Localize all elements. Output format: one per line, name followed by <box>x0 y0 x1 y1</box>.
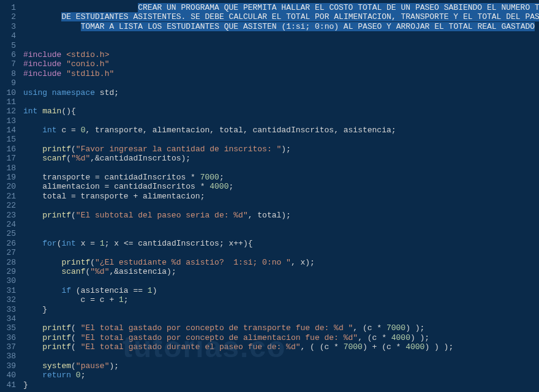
code-line[interactable] <box>23 314 539 323</box>
code-line[interactable]: #include <stdio.h> <box>23 50 539 59</box>
code-line[interactable]: if (asistencia == 1) <box>23 285 539 295</box>
code-line[interactable] <box>23 134 539 143</box>
line-number: 9 <box>0 78 16 87</box>
code-line[interactable] <box>23 97 539 106</box>
line-number: 34 <box>0 314 16 323</box>
line-number: 31 <box>0 285 16 295</box>
code-line[interactable]: using namespace std; <box>23 88 539 97</box>
line-number: 40 <box>0 370 16 379</box>
code-area[interactable]: CREAR·UN·PROGRAMA·QUE·PERMITA·HALLAR·EL·… <box>21 0 539 392</box>
line-number: 27 <box>0 247 16 257</box>
line-number: 20 <box>0 181 16 190</box>
line-number: 28 <box>0 257 16 266</box>
line-number: 26 <box>0 238 16 247</box>
line-number: 35 <box>0 323 16 332</box>
line-number: 15 <box>0 134 16 143</box>
code-line[interactable]: printf("Favor ingresar la cantidad de in… <box>23 144 539 153</box>
code-line[interactable]: printf( "El total gastado por concepto d… <box>23 333 539 342</box>
code-line[interactable] <box>23 200 539 209</box>
code-line[interactable] <box>23 351 539 360</box>
line-number: 19 <box>0 172 16 181</box>
code-line[interactable]: } <box>23 304 539 314</box>
line-number: 4 <box>0 31 16 40</box>
line-number: 25 <box>0 228 16 238</box>
line-number: 32 <box>0 295 16 304</box>
code-line[interactable] <box>23 228 539 238</box>
line-number: 7 <box>0 59 16 68</box>
line-number: 14 <box>0 125 16 134</box>
line-number: 16 <box>0 144 16 153</box>
code-line[interactable]: system("pause"); <box>23 361 539 370</box>
code-line[interactable]: for(int x = 1; x <= cantidadInscritos; x… <box>23 238 539 247</box>
code-editor[interactable]: 1234567891011121314151617181920212223242… <box>0 0 539 392</box>
code-line[interactable]: printf( "El total gastado durante el pas… <box>23 342 539 351</box>
code-line[interactable]: CREAR·UN·PROGRAMA·QUE·PERMITA·HALLAR·EL·… <box>23 2 539 12</box>
code-line[interactable] <box>23 78 539 87</box>
line-number: 5 <box>0 40 16 50</box>
code-line[interactable]: #include "stdlib.h" <box>23 69 539 78</box>
line-number: 33 <box>0 304 16 314</box>
line-number: 36 <box>0 333 16 342</box>
code-line[interactable]: scanf("%d",&asistencia); <box>23 266 539 276</box>
code-line[interactable]: total = transporte + alimentacion; <box>23 191 539 200</box>
line-number: 3 <box>0 21 16 31</box>
code-line[interactable]: DE·ESTUDIANTES·ASISTENTES.·SE·DEBE·CALCU… <box>23 12 539 21</box>
code-line[interactable]: TOMAR·A·LISTA·LOS·ESTUDIANTES·QUE·ASISTE… <box>23 21 539 31</box>
code-line[interactable]: #include "conio.h" <box>23 59 539 68</box>
code-line[interactable]: int main(){ <box>23 106 539 115</box>
line-number: 11 <box>0 97 16 106</box>
code-line[interactable]: printf("¿El estudiante %d asistio? 1:si;… <box>23 257 539 266</box>
line-number: 41 <box>0 380 16 389</box>
code-line[interactable] <box>23 163 539 172</box>
code-line[interactable] <box>23 276 539 285</box>
line-number: 37 <box>0 342 16 351</box>
code-line[interactable] <box>23 40 539 50</box>
line-number: 12 <box>0 106 16 115</box>
line-number: 1 <box>0 2 16 12</box>
line-number: 22 <box>0 200 16 209</box>
line-number: 39 <box>0 361 16 370</box>
code-line[interactable] <box>23 247 539 257</box>
line-number: 17 <box>0 153 16 162</box>
line-number: 8 <box>0 69 16 78</box>
line-number: 21 <box>0 191 16 200</box>
line-number: 24 <box>0 219 16 228</box>
line-number: 29 <box>0 266 16 276</box>
code-line[interactable]: c = c + 1; <box>23 295 539 304</box>
code-line[interactable]: printf( "El total gastado por concepto d… <box>23 323 539 332</box>
code-line[interactable]: printf("El subtotal del paseo seria de: … <box>23 210 539 219</box>
code-line[interactable] <box>23 31 539 40</box>
line-number: 6 <box>0 50 16 59</box>
line-number: 18 <box>0 163 16 172</box>
code-line[interactable]: transporte = cantidadInscritos * 7000; <box>23 172 539 181</box>
code-line[interactable]: int c = 0, transporte, alimentacion, tot… <box>23 125 539 134</box>
code-line[interactable] <box>23 116 539 125</box>
code-line[interactable]: alimentacion = cantidadInscritos * 4000; <box>23 181 539 190</box>
code-line[interactable]: scanf("%d",&cantidadInscritos); <box>23 153 539 162</box>
line-number: 30 <box>0 276 16 285</box>
code-line[interactable]: return 0; <box>23 370 539 379</box>
line-number: 2 <box>0 12 16 21</box>
code-line[interactable] <box>23 219 539 228</box>
line-number: 13 <box>0 116 16 125</box>
line-number: 38 <box>0 351 16 360</box>
line-number: 23 <box>0 210 16 219</box>
line-number-gutter: 1234567891011121314151617181920212223242… <box>0 0 21 392</box>
code-line[interactable]: } <box>23 380 539 389</box>
line-number: 10 <box>0 88 16 97</box>
